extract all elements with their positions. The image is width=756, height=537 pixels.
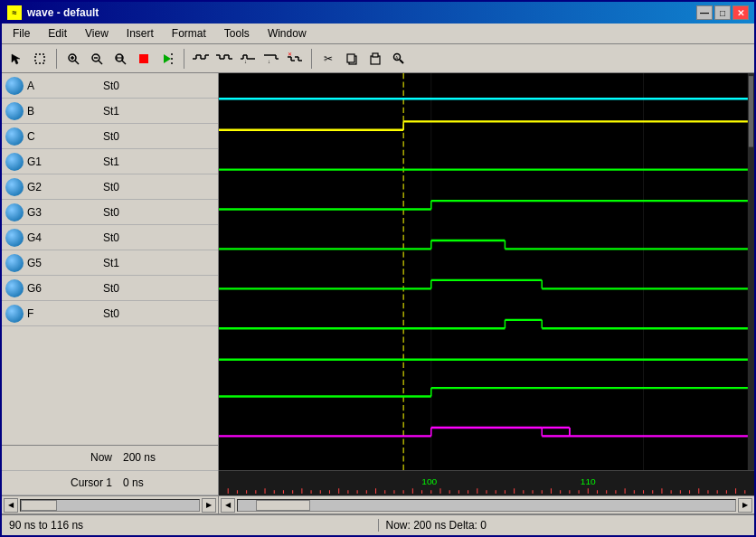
signal-icon <box>5 229 24 247</box>
left-scroll-right-btn[interactable]: ▶ <box>202 498 216 513</box>
left-scrollbar-thumb[interactable] <box>21 500 57 511</box>
signal-value: St0 <box>99 282 154 295</box>
signal-row[interactable]: G4 St0 <box>2 225 218 250</box>
title-left: ≈ wave - default <box>7 5 99 20</box>
signal-name: G2 <box>27 181 99 193</box>
waveform-canvas[interactable] <box>219 73 754 470</box>
menu-view[interactable]: View <box>78 25 116 42</box>
paste-button[interactable] <box>364 48 386 70</box>
svg-rect-57 <box>219 73 754 470</box>
menu-tools[interactable]: Tools <box>217 25 257 42</box>
svg-rect-53 <box>373 53 378 57</box>
cursor-label: Cursor 1 <box>2 476 119 489</box>
cursor-value: 0 ns <box>119 476 144 489</box>
right-scrollbar-track[interactable] <box>237 499 736 512</box>
left-scroll-area: ◀ ▶ <box>2 496 219 513</box>
copy-button[interactable] <box>341 48 363 70</box>
close-button[interactable]: ✕ <box>732 5 749 20</box>
zoom-full-button[interactable] <box>109 48 131 70</box>
wave-btn1[interactable] <box>190 48 212 70</box>
toolbar: ↓ ↓ ✕ ✂ A <box>2 44 754 73</box>
svg-marker-15 <box>164 54 171 63</box>
signal-row[interactable]: F St0 <box>2 301 218 326</box>
title-controls: — □ ✕ <box>696 5 749 20</box>
right-scroll-right-btn[interactable]: ▶ <box>738 498 752 513</box>
signal-value: St0 <box>99 130 154 143</box>
signal-name: G5 <box>27 257 99 269</box>
signal-row[interactable]: G3 St0 <box>2 200 218 225</box>
signal-row[interactable]: G6 St0 <box>2 276 218 301</box>
cut-button[interactable]: ✂ <box>317 48 339 70</box>
signal-name: A <box>27 80 99 92</box>
left-scroll-left-btn[interactable]: ◀ <box>4 498 18 513</box>
svg-text:↓: ↓ <box>268 59 270 64</box>
wave-btn2[interactable] <box>213 48 235 70</box>
find-button[interactable]: A <box>388 48 410 70</box>
signal-value: St0 <box>99 80 154 92</box>
run-button[interactable] <box>156 48 178 70</box>
now-row: Now 200 ns <box>2 446 218 471</box>
scrollbars-row: ◀ ▶ ◀ ▶ <box>2 495 754 513</box>
signal-value: St0 <box>99 231 154 244</box>
svg-line-7 <box>99 61 102 64</box>
right-scrollbar-thumb[interactable] <box>256 500 310 511</box>
waveform-area: 100 110 <box>219 73 754 495</box>
status-bar: 90 ns to 116 ns Now: 200 ns Delta: 0 <box>2 513 754 535</box>
window-title: wave - default <box>27 6 99 19</box>
bottom-info: Now 200 ns Cursor 1 0 ns <box>2 445 218 495</box>
zoom-in-button[interactable] <box>62 48 84 70</box>
waveform-svg <box>219 73 754 470</box>
pointer-tool-button[interactable] <box>5 48 27 70</box>
menu-insert[interactable]: Insert <box>119 25 161 42</box>
menu-window[interactable]: Window <box>260 25 314 42</box>
wave-btn3[interactable]: ↓ <box>237 48 259 70</box>
svg-rect-98 <box>749 76 753 146</box>
waveform-timeline: 100 110 <box>219 470 754 495</box>
svg-text:100: 100 <box>421 477 437 487</box>
signal-icon <box>5 178 24 196</box>
main-content: A St0 B St1 C St0 G1 St1 G2 St0 G3 St0 G… <box>2 73 754 495</box>
signal-icon <box>5 203 24 221</box>
select-tool-button[interactable] <box>29 48 51 70</box>
cursor-row: Cursor 1 0 ns <box>2 471 218 496</box>
signal-row[interactable]: C St0 <box>2 124 218 149</box>
right-scroll-area: ◀ ▶ <box>219 496 754 513</box>
zoom-out-button[interactable] <box>86 48 108 70</box>
signal-name: G4 <box>27 231 99 244</box>
now-value: 200 ns <box>119 451 156 464</box>
signal-icon <box>5 254 24 272</box>
signal-value: St1 <box>99 155 154 168</box>
menu-file[interactable]: File <box>5 25 37 42</box>
svg-text:110: 110 <box>581 477 596 487</box>
signal-row[interactable]: G2 St0 <box>2 174 218 200</box>
stop-button[interactable] <box>133 48 155 70</box>
menu-edit[interactable]: Edit <box>41 25 74 42</box>
right-scroll-left-btn[interactable]: ◀ <box>221 498 235 513</box>
svg-rect-1 <box>35 54 44 63</box>
svg-line-3 <box>75 61 79 64</box>
signal-name: G6 <box>27 282 99 295</box>
svg-line-55 <box>400 60 403 63</box>
signal-icon <box>5 305 24 323</box>
minimize-button[interactable]: — <box>696 5 713 20</box>
separator3 <box>311 49 312 69</box>
signal-panel: A St0 B St1 C St0 G1 St1 G2 St0 G3 St0 G… <box>2 73 219 495</box>
left-scrollbar-track[interactable] <box>20 499 200 512</box>
maximize-button[interactable]: □ <box>714 5 731 20</box>
signal-value: St0 <box>99 307 154 320</box>
signal-row[interactable]: G5 St1 <box>2 250 218 276</box>
svg-text:↓: ↓ <box>244 59 247 64</box>
signal-rows: A St0 B St1 C St0 G1 St1 G2 St0 G3 St0 G… <box>2 73 218 445</box>
signal-icon <box>5 77 24 95</box>
wave-btn5[interactable]: ✕ <box>284 48 306 70</box>
signal-row[interactable]: G1 St1 <box>2 149 218 174</box>
status-range: 90 ns to 116 ns <box>2 519 379 532</box>
signal-row[interactable]: A St0 <box>2 73 218 99</box>
wave-btn4[interactable]: ↓ <box>260 48 282 70</box>
separator2 <box>184 49 184 69</box>
signal-name: F <box>27 307 99 320</box>
now-label: Now <box>2 451 119 464</box>
menu-format[interactable]: Format <box>165 25 213 42</box>
menu-bar: File Edit View Insert Format Tools Windo… <box>2 24 754 44</box>
signal-row[interactable]: B St1 <box>2 99 218 124</box>
